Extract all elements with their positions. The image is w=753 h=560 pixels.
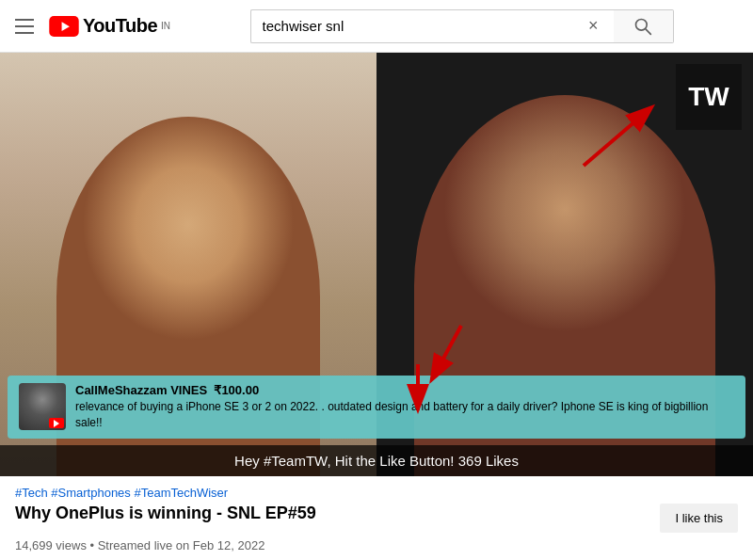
svg-line-5 [584,109,649,166]
search-area: × [250,9,674,43]
header-left: YouTube IN [15,15,170,37]
red-arrow-top-right-icon [574,100,668,175]
video-meta: 14,699 views • Streamed live on Feb 12, … [15,538,738,552]
search-input[interactable] [263,18,585,34]
arrow-to-caption-icon [399,360,437,420]
youtube-country-label: IN [161,21,170,31]
superchat-username: CallMeShazzam VINES [75,383,207,397]
video-info: #Tech #Smartphones #TeamTechWiser Why On… [0,476,753,560]
superchat-banner: CallMeShazzam VINES ₹100.00 relevance of… [8,376,745,439]
youtube-logo[interactable]: YouTube IN [49,15,170,37]
superchat-youtube-badge-icon [49,418,64,428]
svg-line-3 [646,28,650,33]
search-button[interactable] [614,9,674,43]
video-caption-bar: Hey #TeamTW, Hit the Like Button! 369 Li… [0,445,753,476]
hamburger-menu-icon[interactable] [15,19,34,34]
search-box: × [250,9,614,43]
youtube-wordmark: YouTube [83,15,157,37]
search-icon [633,17,652,36]
superchat-amount: ₹100.00 [214,383,259,397]
superchat-avatar [19,383,66,430]
header: YouTube IN × [0,0,753,53]
i-like-this-button[interactable]: I like this [660,504,738,533]
video-title-row: Why OnePlus is winning - SNL EP#59 I lik… [15,504,738,533]
video-tags[interactable]: #Tech #Smartphones #TeamTechWiser [15,486,738,500]
red-arrow-bottom-icon [399,360,437,416]
tw-logo-overlay: TW [676,64,742,130]
video-title: Why OnePlus is winning - SNL EP#59 [15,504,316,523]
arrow-to-tw-logo-icon [574,100,668,179]
video-player[interactable]: TW [0,53,753,476]
youtube-play-logo-icon [49,16,79,37]
tw-logo-text: TW [688,82,729,112]
svg-line-7 [433,326,461,377]
search-clear-icon[interactable]: × [585,12,602,40]
superchat-play-triangle-icon [54,420,59,427]
